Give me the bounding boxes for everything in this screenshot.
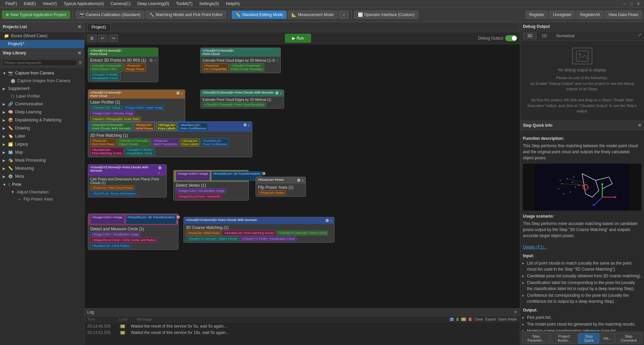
node-3d-fine-matching[interactable]: <Cloud(XYZ:Normal)>Point Clouds With Nor… bbox=[88, 121, 252, 157]
dash-button[interactable]: – bbox=[339, 11, 348, 19]
node-header: <Image:Color> Image <Pose2DList> 2D Tran… bbox=[174, 170, 249, 182]
node-estimate-2d[interactable]: <Cloud(XYZ:Normal)> Point Clouds With No… bbox=[200, 90, 284, 109]
minimize-icon[interactable]: ─ bbox=[622, 1, 628, 6]
node-estimate-3d[interactable]: <Cloud(XYZ:Normal)>Point Cloud Estimate … bbox=[200, 48, 281, 73]
close-icon[interactable]: ✕ bbox=[635, 1, 641, 6]
unregister-button[interactable]: Unregister bbox=[549, 11, 575, 19]
category-deep-learning[interactable]: ▶ 🧠 Deep Learning bbox=[0, 108, 84, 116]
menu-item-toolkit[interactable]: Toolkit(T) bbox=[173, 1, 195, 7]
category-meta[interactable]: ▶ ⚙️ Meta bbox=[0, 172, 84, 180]
menu-item-help[interactable]: Help(H) bbox=[223, 1, 242, 7]
history-button[interactable]: His... bbox=[600, 333, 614, 344]
register-all-button[interactable]: RegisterAll bbox=[577, 11, 603, 19]
camera-calibration-button[interactable]: 📷 Camera Calibration (Standard) bbox=[76, 11, 144, 19]
node-detect-circle[interactable]: <Image:Color> Image <Pose2DList> 2D Tran… bbox=[88, 214, 178, 250]
divider2 bbox=[229, 10, 229, 20]
view-data-flows-button[interactable]: View Data Flows bbox=[605, 11, 642, 19]
input-item: Classification label list corresponding … bbox=[527, 280, 641, 292]
filter-e[interactable]: E bbox=[468, 318, 473, 321]
svg-point-8 bbox=[563, 193, 564, 194]
redo-button[interactable]: ↪ bbox=[109, 35, 118, 42]
menu-item-typical[interactable]: Typical Applications(A) bbox=[61, 1, 107, 7]
search-input[interactable] bbox=[2, 59, 77, 66]
run-button[interactable]: ▶ Run bbox=[285, 34, 311, 43]
legacy-icon: 🗂️ bbox=[8, 142, 13, 147]
step-comment-button[interactable]: Step Comment bbox=[615, 333, 642, 344]
output-ports: <PoseList>Pick Point Poses <Cloud(XYZ:No… bbox=[90, 138, 250, 156]
node-detect-vertex[interactable]: <Image:Color> Image <Pose2DList> 2D Tran… bbox=[173, 170, 249, 200]
category-adjust-orientation[interactable]: ▼ Adjust Orientation bbox=[0, 188, 84, 196]
filter-d[interactable]: D bbox=[449, 318, 454, 321]
node-header: <Cloud(XYZ:Normal)> Point Clouds With No… bbox=[201, 90, 284, 97]
category-pose[interactable]: ▼ ↕️ Pose bbox=[0, 180, 84, 188]
node-header: <Cloud(XYZ:Normal)> Point Clouds With No… bbox=[184, 217, 334, 224]
projects-close-button[interactable]: ✕ bbox=[77, 24, 82, 30]
register-button[interactable]: Register bbox=[526, 11, 548, 19]
step-library-close-button[interactable]: ✕ bbox=[77, 50, 82, 56]
clear-log-button[interactable]: Clear bbox=[474, 317, 483, 321]
menu-item-camera[interactable]: Camera(C) bbox=[108, 1, 133, 7]
menu-item-settings[interactable]: Settings(S) bbox=[197, 1, 222, 7]
project-assist-button[interactable]: Project Assist... bbox=[550, 333, 578, 344]
project-item-project1[interactable]: Project1* bbox=[0, 40, 84, 48]
step-info-close-button[interactable]: ✕ bbox=[638, 123, 641, 128]
menu-item-view[interactable]: View(V) bbox=[40, 1, 59, 7]
usage-scenario-title: Usage scenario: bbox=[523, 213, 641, 219]
step-quick-button[interactable]: Step Quick bbox=[578, 333, 599, 344]
measurement-mode-button[interactable]: 📐 Measurement Mode bbox=[288, 11, 337, 19]
category-map[interactable]: ▶ 🗺️ Map bbox=[0, 148, 84, 156]
category-drawing[interactable]: ▶ ✏️ Drawing bbox=[0, 124, 84, 132]
node-extract-3d[interactable]: <Cloud(XYZ:Normal)>Point Cloud Extract 3… bbox=[88, 48, 158, 82]
operator-icon: ⬜ bbox=[358, 12, 363, 17]
project-item-boxes[interactable]: 📁 Boxes (Mixed Case) bbox=[0, 32, 84, 40]
menu-item-edit[interactable]: Edit(E) bbox=[21, 1, 39, 7]
category-depalletizing[interactable]: ▶ 📦 Depalletizing & Palletizing bbox=[0, 116, 84, 124]
filter-i[interactable]: I bbox=[456, 318, 459, 321]
grid-view-button[interactable]: ⊞ bbox=[87, 35, 97, 42]
maximize-icon[interactable]: □ bbox=[629, 1, 634, 6]
menu-item-file[interactable]: File(F) bbox=[3, 1, 20, 7]
category-label[interactable]: ▶ 🏷️ Label bbox=[0, 132, 84, 140]
debug-expand-icon[interactable]: ⤢ bbox=[638, 33, 641, 37]
step-paramet-button[interactable]: Step Paramet... bbox=[522, 333, 550, 344]
new-project-button[interactable]: ⊕ New Typical Application Project bbox=[2, 11, 70, 19]
category-legacy[interactable]: ▶ 🗂️ Legacy bbox=[0, 140, 84, 148]
node-laser-profiler[interactable]: <Cloud(XYZ:Normal)>Point Cloud ⚙ ↕ Laser… bbox=[88, 90, 185, 123]
debug-toggle-switch[interactable] bbox=[505, 35, 517, 41]
edit-icon: ✏️ bbox=[235, 12, 240, 17]
filter-w[interactable]: W bbox=[461, 318, 466, 321]
node-header: <PoseList> Poses ⚙ ↕ bbox=[256, 177, 306, 184]
matching-model-button[interactable]: 🔧 Matching Model and Pick Point Editor bbox=[146, 11, 226, 19]
right-bottom-bar: Step Paramet... Project Assist... Step Q… bbox=[520, 331, 644, 345]
tree-subchild-flip-poses[interactable]: ↔️ Flip Poses' Axes bbox=[0, 196, 84, 203]
tab-project1[interactable]: Project1 bbox=[87, 23, 111, 31]
debug-tab-numerical[interactable]: Numerical bbox=[552, 33, 579, 39]
debug-tab-2d[interactable]: 2D bbox=[537, 33, 551, 39]
standard-editing-button[interactable]: ✏️ Standard Editing Mode bbox=[232, 11, 286, 19]
category-mask[interactable]: ▶ 🎭 Mask Processing bbox=[0, 156, 84, 164]
category-capture[interactable]: ▼ 📷 Capture from Camera bbox=[0, 69, 84, 77]
canvas-area[interactable]: <Cloud(XYZ:Normal)>Point Cloud Extract 3… bbox=[85, 44, 520, 308]
export-log-button[interactable]: Export bbox=[485, 317, 496, 321]
menu-item-deeplearning[interactable]: Deep Learning(D) bbox=[135, 1, 172, 7]
run-icon: ▶ bbox=[292, 36, 295, 41]
operator-interface-button[interactable]: ⬜ Operator Interface (Custom) bbox=[354, 11, 418, 19]
node-3d-coarse-matching[interactable]: <Cloud(XYZ:Normal)> Point Clouds With No… bbox=[183, 217, 334, 243]
details-link[interactable]: Details (F1)... bbox=[523, 245, 547, 249]
filter-icon[interactable]: ☰ bbox=[78, 60, 82, 65]
arrow-meta: ▶ bbox=[3, 175, 6, 178]
category-communication[interactable]: ▶ 🔗 Communication bbox=[0, 100, 84, 108]
open-folder-button[interactable]: Open folder bbox=[498, 317, 517, 321]
node-flip-poses[interactable]: <PoseList> Poses ⚙ ↕ Flip Poses' Axes (1… bbox=[256, 177, 306, 197]
matching-icon: 🔧 bbox=[149, 12, 154, 17]
close-log-button[interactable]: ✕ bbox=[514, 310, 517, 314]
category-measuring[interactable]: ▶ 📏 Measuring bbox=[0, 164, 84, 172]
tree-child-capture-images[interactable]: ⬤ Capture Images from Camera bbox=[0, 77, 84, 84]
node-calc-poses[interactable]: <Cloud(XYZ:Normal)> Point Clouds With No… bbox=[88, 164, 167, 197]
category-supplement[interactable]: ▶ Supplement bbox=[0, 84, 84, 93]
debug-tab-3d[interactable]: 3D bbox=[523, 33, 537, 39]
tree-child-laser[interactable]: ⬡ Laser Profiler bbox=[0, 93, 84, 100]
undo-button[interactable]: ↩ bbox=[98, 35, 107, 42]
toolbar-right: Register Unregister RegisterAll View Dat… bbox=[526, 11, 642, 19]
main-area: Projects List ✕ 📁 Boxes (Mixed Case) Pro… bbox=[0, 22, 644, 345]
